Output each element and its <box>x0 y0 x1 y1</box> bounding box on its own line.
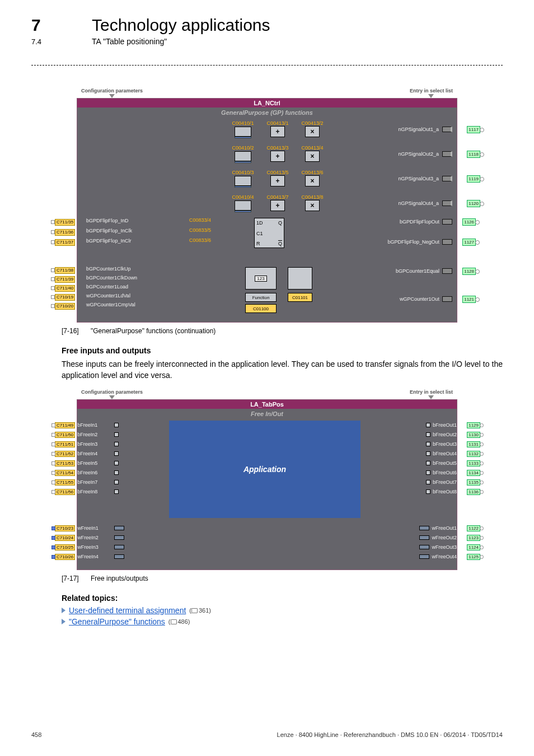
ff-d-label: 1D <box>256 220 263 226</box>
page-number: 458 <box>31 731 41 738</box>
add-icon: + <box>270 126 285 137</box>
code-label: C00410/1 <box>232 121 254 126</box>
section-number: 7.4 <box>31 38 73 46</box>
free-output-row: wFreeOut31124 <box>419 543 457 552</box>
free-input-row: C710/26wFreeIn4 <box>77 552 124 562</box>
free-output-row: bFreeOut71135 <box>426 478 457 487</box>
output-port <box>426 470 430 475</box>
section-title: TA "Table positioning" <box>92 37 167 46</box>
diagram-free-io: Configuration parameters Entry in select… <box>77 389 457 570</box>
code-label: C00413/6 <box>301 170 323 175</box>
select-list-tag: 1129 <box>467 422 480 428</box>
diagram-subtitle: Free In/Out <box>77 409 457 418</box>
gp-signal-row: C00410/2C00413/3+C00413/4×nGPSignalOut2_… <box>77 142 457 166</box>
arrow-down-icon <box>109 94 115 98</box>
signal-label: bFreeIn1 <box>77 422 112 428</box>
param-tag: C711/36 <box>55 229 75 236</box>
code-label: C00410/4 <box>232 195 254 200</box>
signal-label: bFreeOut7 <box>433 479 457 485</box>
signal-label: wFreeIn3 <box>77 544 112 550</box>
signal-label: bFreeOut8 <box>433 489 457 494</box>
signal-label: bFreeIn6 <box>77 470 112 475</box>
ff-qbar-label: Q <box>278 241 282 246</box>
code-label: C00833/5 <box>189 228 211 233</box>
free-output-row: bFreeOut81136 <box>426 487 457 497</box>
output-port <box>442 219 452 225</box>
free-input-row: C710/25wFreeIn3 <box>77 543 124 552</box>
signal-label: bGPCounter1Load <box>86 284 128 290</box>
diagram-title: LA_TabPos <box>77 400 457 409</box>
ff-clk-label: C1 <box>256 231 263 236</box>
config-params-label: Configuration parameters <box>81 88 143 94</box>
free-input-row: C711/56bFreeIn8 <box>77 487 119 497</box>
output-port <box>426 489 430 494</box>
signal-label: bGPDFlipFlop_InClr <box>86 238 132 244</box>
param-tag: C711/50 <box>55 432 75 438</box>
doc-info: Lenze · 8400 HighLine · Referenzhandbuch… <box>277 731 503 738</box>
free-input-row: C711/55bFreeIn7 <box>77 478 119 487</box>
output-port <box>442 296 452 302</box>
select-list-tag: 1117 <box>467 126 480 133</box>
figure-caption: "GeneralPurpose" functions (continuation… <box>91 327 216 335</box>
arrow-down-icon <box>109 395 115 399</box>
signal-label: bGPDFlipFlop_InD <box>86 218 129 223</box>
select-list-tag: 1119 <box>467 175 480 183</box>
param-tag: C711/37 <box>55 239 75 246</box>
free-input-row: C710/23wFreeIn1 <box>77 524 124 533</box>
config-params-label: Configuration parameters <box>81 389 143 395</box>
signal-label: wFreeOut4 <box>432 554 457 559</box>
output-port <box>426 461 430 465</box>
param-tag: C710/26 <box>55 554 75 560</box>
signal-label: wFreeOut3 <box>432 544 457 550</box>
paragraph: These inputs can be freely interconnecte… <box>62 358 503 381</box>
code-label: C00413/7 <box>266 195 288 200</box>
select-list-tag: 1126 <box>462 218 476 226</box>
application-box: Application <box>169 421 360 518</box>
param-tag: C710/20 <box>55 303 75 310</box>
select-list-tag: 1125 <box>467 554 480 560</box>
select-list-tag: 1120 <box>467 200 480 207</box>
signal-label: bGPCounter1ClkDown <box>86 275 137 281</box>
signal-label: bFreeOut4 <box>433 451 457 456</box>
param-tag: C710/25 <box>55 544 75 550</box>
ff-q-label: Q <box>278 220 282 226</box>
signal-label: wFreeOut2 <box>432 535 457 540</box>
code-label: C00410/3 <box>232 170 254 175</box>
diagram-subtitle: GeneralPurpose (GP) functions <box>77 108 457 117</box>
value-box <box>235 151 251 161</box>
output-port <box>442 200 452 206</box>
select-list-tag: 1131 <box>467 441 480 447</box>
gp-signal-row: C00410/4C00413/7+C00413/8×nGPSignalOut4_… <box>77 191 457 216</box>
input-port <box>114 535 124 540</box>
select-list-tag: 1123 <box>467 535 480 541</box>
output-port <box>426 451 430 456</box>
select-list-tag: 1121 <box>462 296 476 303</box>
select-list-tag: 1132 <box>467 451 480 457</box>
select-list-tag: 1134 <box>467 470 480 476</box>
code-value: C01101 <box>288 293 312 302</box>
input-port <box>114 480 119 484</box>
chapter-number: 7 <box>31 16 73 35</box>
divider <box>31 65 503 66</box>
select-list-label: Entry in select list <box>410 389 453 395</box>
function-label: Function <box>245 293 277 302</box>
chapter-title: Technology applications <box>92 16 270 35</box>
counter-block: C711/38 bGPCounter1ClkUp C711/39 bGPCoun… <box>77 260 457 322</box>
param-tag: C711/40 <box>55 285 75 292</box>
output-port <box>442 239 452 245</box>
add-icon: + <box>270 151 285 162</box>
output-label: nGPSignalOut3_a <box>398 176 439 181</box>
link-gp-functions[interactable]: "GeneralPurpose" functions <box>69 617 165 626</box>
free-output-row: wFreeOut41125 <box>419 552 457 562</box>
signal-label: bFreeIn4 <box>77 451 112 456</box>
book-icon <box>191 608 198 613</box>
output-port <box>419 554 429 559</box>
book-icon <box>171 619 177 624</box>
code-label: C00413/5 <box>266 170 288 175</box>
link-terminal-assignment[interactable]: User-defined terminal assignment <box>69 606 186 615</box>
value-box <box>235 176 251 186</box>
counter-box: 123 <box>245 267 277 290</box>
output-label: bGPDFlipFlopOut <box>400 219 439 225</box>
figure-index: [7-17] <box>62 575 85 582</box>
input-port <box>114 442 119 446</box>
